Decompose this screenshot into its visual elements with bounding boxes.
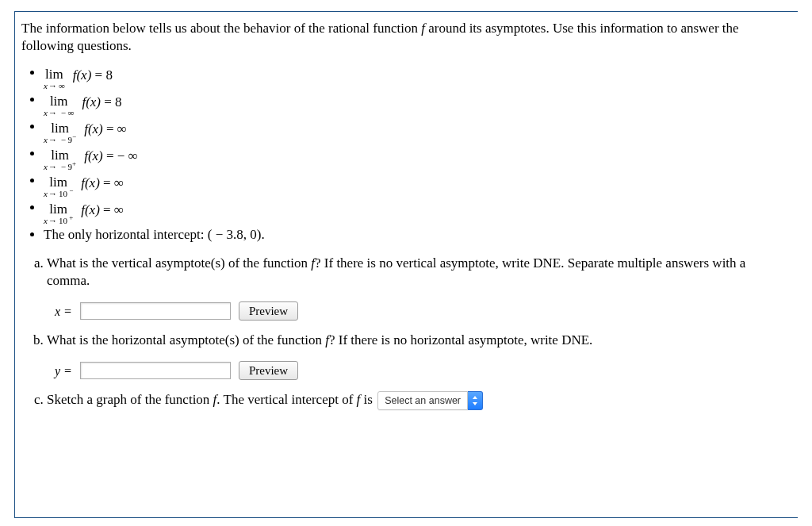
question-a: What is the vertical asymptote(s) of the… bbox=[47, 255, 790, 321]
question-list: What is the vertical asymptote(s) of the… bbox=[39, 255, 790, 411]
lim-expr: f(x) = 8 bbox=[73, 66, 113, 86]
q-c-prompt: Sketch a graph of the function f. The ve… bbox=[47, 392, 376, 407]
lim-expr: f(x) = ∞ bbox=[84, 120, 127, 140]
preview-button-b[interactable]: Preview bbox=[239, 361, 298, 380]
chevron-updown-icon bbox=[468, 391, 483, 410]
lim-block: lim x→ − 9+ bbox=[44, 148, 76, 171]
lim-sub: x→ − ∞ bbox=[44, 109, 74, 117]
limit-item: lim x→ − ∞ f(x) = 8 bbox=[44, 90, 790, 116]
lim-sub: x→10 + bbox=[44, 217, 73, 225]
lim-word: lim bbox=[51, 121, 69, 135]
lim-block: lim x→10 + bbox=[44, 202, 73, 225]
lim-block: lim x→∞ bbox=[44, 67, 65, 90]
limit-list: lim x→∞ f(x) = 8 lim x→ − ∞ f(x) = 8 bbox=[44, 63, 790, 245]
question-c: Sketch a graph of the function f. The ve… bbox=[47, 391, 790, 410]
intro-text: The information below tells us about the… bbox=[21, 20, 790, 56]
preview-button-a[interactable]: Preview bbox=[239, 301, 298, 321]
lim-sub: x→∞ bbox=[44, 82, 65, 90]
lim-word: lim bbox=[49, 175, 67, 189]
select-label: Select an answer bbox=[377, 391, 468, 410]
limit-item: lim x→∞ f(x) = 8 bbox=[44, 63, 790, 89]
lim-sub: x→10 − bbox=[44, 190, 73, 198]
horizontal-asymptote-input[interactable] bbox=[80, 362, 231, 379]
lim-expr: f(x) = ∞ bbox=[81, 174, 124, 194]
q-b-prompt: What is the horizontal asymptote(s) of t… bbox=[47, 332, 592, 347]
intro-pre: The information below tells us about the… bbox=[21, 21, 421, 36]
limit-item: lim x→ − 9− f(x) = ∞ bbox=[44, 117, 790, 143]
lim-block: lim x→10 − bbox=[44, 175, 73, 198]
lim-word: lim bbox=[49, 202, 67, 216]
lim-expr: f(x) = − ∞ bbox=[84, 147, 138, 167]
limit-item: lim x→10 + f(x) = ∞ bbox=[44, 198, 790, 224]
vertical-intercept-select[interactable]: Select an answer bbox=[377, 391, 483, 410]
lim-word: lim bbox=[50, 94, 68, 108]
limit-item: lim x→10 − f(x) = ∞ bbox=[44, 171, 790, 197]
lim-expr: f(x) = 8 bbox=[82, 93, 121, 113]
lim-expr: f(x) = ∞ bbox=[81, 201, 124, 221]
var-label-y: y = bbox=[55, 363, 72, 380]
q-a-prompt: What is the vertical asymptote(s) of the… bbox=[47, 255, 745, 289]
lim-word: lim bbox=[51, 148, 69, 162]
vertical-asymptote-input[interactable] bbox=[80, 302, 231, 320]
intercept-text: The only horizontal intercept: ( − 3.8, … bbox=[44, 227, 265, 242]
question-panel: The information below tells us about the… bbox=[14, 11, 798, 518]
answer-row-b: y = Preview bbox=[55, 361, 790, 380]
limit-item: lim x→ − 9+ f(x) = − ∞ bbox=[44, 144, 790, 170]
lim-block: lim x→ − 9− bbox=[44, 121, 76, 144]
lim-sub: x→ − 9+ bbox=[44, 163, 76, 171]
lim-block: lim x→ − ∞ bbox=[44, 94, 74, 117]
lim-sub: x→ − 9− bbox=[44, 136, 76, 144]
intercept-item: The only horizontal intercept: ( − 3.8, … bbox=[44, 225, 790, 245]
question-b: What is the horizontal asymptote(s) of t… bbox=[47, 332, 790, 380]
answer-row-a: x = Preview bbox=[55, 301, 790, 321]
var-label-x: x = bbox=[55, 303, 72, 321]
lim-word: lim bbox=[45, 67, 63, 81]
